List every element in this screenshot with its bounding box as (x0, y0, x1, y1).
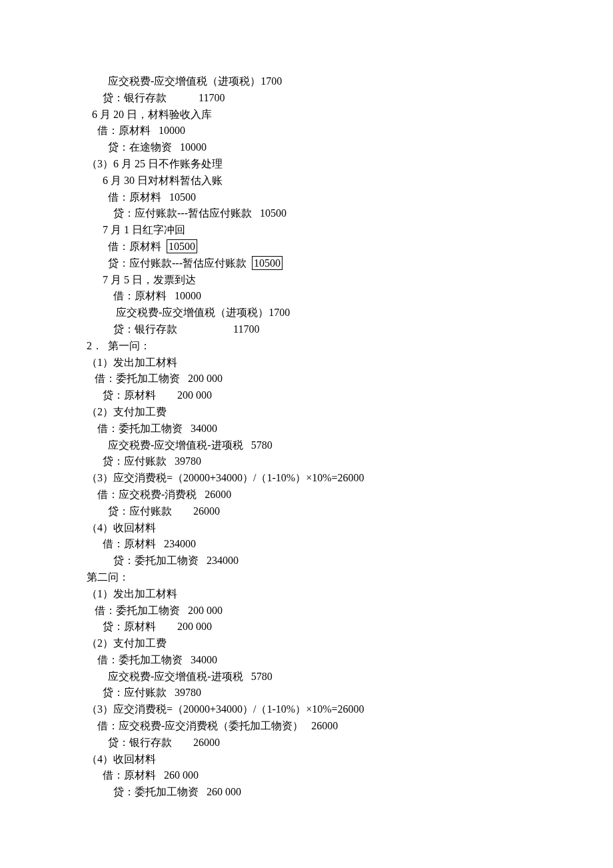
text-line: （4）收回材料 (87, 751, 586, 768)
text-line: 贷：应付账款---暂估应付账款 10500 (87, 255, 586, 272)
text-line: 贷：原材料 200 000 (87, 619, 586, 635)
text-line: （1）发出加工材料 (87, 586, 586, 603)
text-line: 7 月 5 日，发票到达 (87, 272, 586, 289)
boxed-value: 10500 (252, 256, 283, 270)
text-line: 贷：应付账款 39780 (87, 685, 586, 701)
text-line: 贷：应付账款 26000 (87, 503, 586, 520)
text-line: 贷：银行存款 26000 (87, 735, 586, 751)
text-line: 借：委托加工物资 200 000 (87, 371, 586, 387)
text-line: 借：委托加工物资 200 000 (87, 603, 586, 619)
text-line: 贷：委托加工物资 260 000 (87, 784, 586, 801)
text-line: 借：应交税费-消费税 26000 (87, 487, 586, 503)
text-line: 借：原材料 10000 (87, 288, 586, 305)
text-line: 贷：应付账款 39780 (87, 453, 586, 470)
boxed-value: 10500 (167, 239, 197, 253)
text-line: 借：委托加工物资 34000 (87, 652, 586, 669)
text-line: （3）应交消费税=（20000+34000）/（1-10%）×10%=26000 (87, 470, 586, 487)
text-line: 6 月 30 日对材料暂估入账 (87, 173, 586, 189)
text-line: 7 月 1 日红字冲回 (87, 222, 586, 239)
text-line: 借：原材料 10500 (87, 189, 586, 206)
text-line: （2）支付加工费 (87, 635, 586, 652)
text-line: 借：委托加工物资 34000 (87, 421, 586, 437)
text-line: 应交税费-应交增值税-进项税 5780 (87, 437, 586, 454)
text-line: 第二问： (87, 569, 586, 586)
text-line: 借：原材料 10000 (87, 123, 586, 139)
text-line: 贷：原材料 200 000 (87, 387, 586, 404)
text-line: （4）收回材料 (87, 520, 586, 537)
text-line: （3）6 月 25 日不作账务处理 (87, 156, 586, 173)
text-line: 6 月 20 日，材料验收入库 (87, 107, 586, 123)
document-page: 应交税费-应交增值税（进项税）1700 贷：银行存款 11700 6 月 20 … (0, 0, 613, 868)
text-line: （2）支付加工费 (87, 404, 586, 421)
text-line: 贷：银行存款 11700 (87, 321, 586, 338)
text-line: 借：原材料 260 000 (87, 767, 586, 784)
document-content: 应交税费-应交增值税（进项税）1700 贷：银行存款 11700 6 月 20 … (87, 73, 586, 801)
text-line: 2． 第一问： (87, 338, 586, 355)
text-line: 应交税费-应交增值税（进项税）1700 (87, 305, 586, 321)
text-line: 贷：应付账款---暂估应付账款 10500 (87, 205, 586, 222)
text-line: 借：原材料 10500 (87, 239, 586, 255)
text-line: 借：原材料 234000 (87, 536, 586, 553)
text-line: 贷：委托加工物资 234000 (87, 553, 586, 569)
text-line: 借：应交税费-应交消费税（委托加工物资） 26000 (87, 718, 586, 735)
text-line: （1）发出加工材料 (87, 355, 586, 371)
text-line: 贷：银行存款 11700 (87, 90, 586, 107)
text-line: （3）应交消费税=（20000+34000）/（1-10%）×10%=26000 (87, 701, 586, 718)
text-line: 应交税费-应交增值税-进项税 5780 (87, 669, 586, 685)
text-line: 贷：在途物资 10000 (87, 139, 586, 156)
text-line: 应交税费-应交增值税（进项税）1700 (87, 73, 586, 90)
